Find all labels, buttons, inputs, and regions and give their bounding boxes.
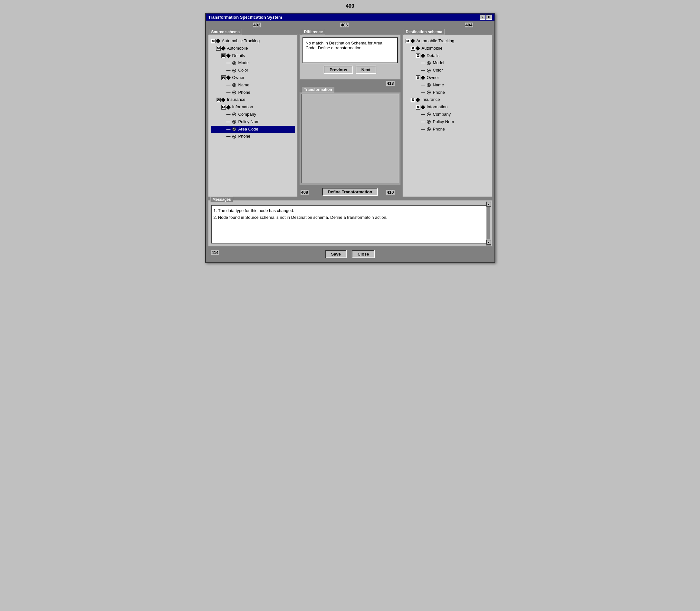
tree-item-label: Name [238,82,250,89]
tree-item-label: Information [427,104,448,110]
figure-label: 400 [346,3,354,9]
ref-413: 413 [386,81,395,86]
expand-icon: ⊠ [416,54,421,58]
expand-icon: ⊠ [406,39,410,43]
tree-item[interactable]: —Phone [406,126,489,133]
diamond-icon [220,98,225,102]
tree-item-label: Phone [238,133,250,140]
main-content: 402 404 406 Source schema ⊠Automobile Tr… [206,20,494,262]
diamond-icon [415,46,420,50]
messages-label: Messages [210,197,233,203]
difference-panel: No match in Destination Schema for Area … [299,34,401,79]
ref-413-row: 413 [299,81,401,86]
circle-icon [427,120,431,124]
dash-icon: — [421,89,425,96]
help-button[interactable]: ? [480,15,485,20]
tree-item[interactable]: ⊠Information [211,103,295,111]
previous-button[interactable]: Previous [324,66,353,74]
diamond-icon [421,105,425,109]
tree-item-label: Policy Num [238,119,260,125]
tree-item[interactable]: —Model [211,59,295,67]
ref-404: 404 [465,23,473,27]
tree-item[interactable]: ⊠Details [211,52,295,60]
dash-icon: — [227,67,231,74]
tree-item[interactable]: ⊠Insurance [406,96,489,103]
tree-item[interactable]: —Policy Num [406,118,489,126]
tree-item-label: Owner [232,74,244,81]
tree-item-label: Automobile [422,45,443,52]
message-line-1: 1. The data type for this node has chang… [214,208,482,214]
close-main-button[interactable]: Close [352,250,375,258]
circle-icon [427,69,431,73]
tree-item[interactable]: —Phone [406,89,489,96]
tree-item[interactable]: —Area Code [211,126,295,133]
tree-item-label: Phone [238,89,250,96]
dash-icon: — [421,126,425,133]
tree-item-label: Automobile [227,45,248,52]
destination-schema-wrapper: Destination schema ⊠Automobile Tracking⊠… [402,30,492,197]
tree-item[interactable]: —Color [406,67,489,74]
tree-item-label: Automobile Tracking [222,38,260,44]
tree-item[interactable]: ⊠Owner [406,74,489,81]
expand-icon: ⊠ [216,46,220,50]
messages-scrollbar[interactable]: ▲ ▼ [486,201,491,245]
tree-item[interactable]: ⊠Automobile Tracking [211,38,295,45]
tree-item-label: Information [232,104,253,110]
tree-item[interactable]: ⊠Details [406,52,489,60]
save-button[interactable]: Save [325,250,347,258]
tree-item[interactable]: —Model [406,59,489,67]
circle-icon [427,61,431,65]
tree-item[interactable]: —Policy Num [211,118,295,126]
difference-wrapper: Difference No match in Destination Schem… [299,30,401,79]
destination-schema-panel[interactable]: ⊠Automobile Tracking⊠Automobile⊠Details—… [402,34,492,197]
next-button[interactable]: Next [356,66,376,74]
tree-item-label: Color [238,67,248,74]
tree-item[interactable]: —Name [406,81,489,89]
diamond-icon [410,39,415,43]
diamond-icon [421,54,425,58]
tree-item-label: Automobile Tracking [416,38,455,44]
scroll-thumb[interactable] [487,207,490,239]
top-section: Source schema ⊠Automobile Tracking⊠Autom… [208,30,492,197]
window-title: Transformation Specification System [209,15,282,20]
main-wrapper: 400 Transformation Specification System … [205,13,495,263]
diff-buttons: Previous Next [303,66,398,74]
tree-item[interactable]: —Color [211,67,295,74]
tree-item-label: Policy Num [433,119,454,125]
title-bar: Transformation Specification System ? X [206,14,494,20]
tree-item[interactable]: —Phone [211,89,295,96]
source-schema-wrapper: Source schema ⊠Automobile Tracking⊠Autom… [208,30,298,197]
circle-icon [427,127,431,131]
source-tree: ⊠Automobile Tracking⊠Automobile⊠Details—… [211,38,295,140]
dash-icon: — [227,82,231,89]
tree-item[interactable]: ⊠Automobile [406,45,489,52]
circle-icon [232,91,236,94]
source-schema-panel[interactable]: ⊠Automobile Tracking⊠Automobile⊠Details—… [208,34,298,197]
circle-icon [232,61,236,65]
transformation-content [301,94,399,183]
close-button[interactable]: X [486,15,492,20]
tree-item[interactable]: ⊠Automobile Tracking [406,38,489,45]
dash-icon: — [421,111,425,118]
tree-item[interactable]: ⊠Information [406,103,489,111]
expand-icon: ⊠ [411,46,415,50]
tree-item[interactable]: —Company [211,111,295,118]
scroll-up-arrow[interactable]: ▲ [486,202,491,207]
transformation-section[interactable] [299,92,401,185]
tree-item[interactable]: ⊠Owner [211,74,295,81]
ref-410: 410 [386,190,395,195]
scroll-down-arrow[interactable]: ▼ [486,240,491,244]
tree-item[interactable]: ⊠Automobile [211,45,295,52]
tree-item[interactable]: —Company [406,111,489,118]
dash-icon: — [227,60,231,66]
tree-item-label: Company [433,111,451,118]
ref-labels-row: 402 404 406 [208,23,492,28]
expand-icon: ⊠ [221,54,226,58]
define-transformation-button[interactable]: Define Transformation [322,188,378,196]
tree-item[interactable]: —Name [211,81,295,89]
tree-item[interactable]: —Phone [211,133,295,140]
tree-item[interactable]: ⊠Insurance [211,96,295,103]
ref-406: 406 [340,23,349,27]
expand-icon: ⊠ [221,105,226,109]
messages-content: 1. The data type for this node has chang… [211,205,489,244]
